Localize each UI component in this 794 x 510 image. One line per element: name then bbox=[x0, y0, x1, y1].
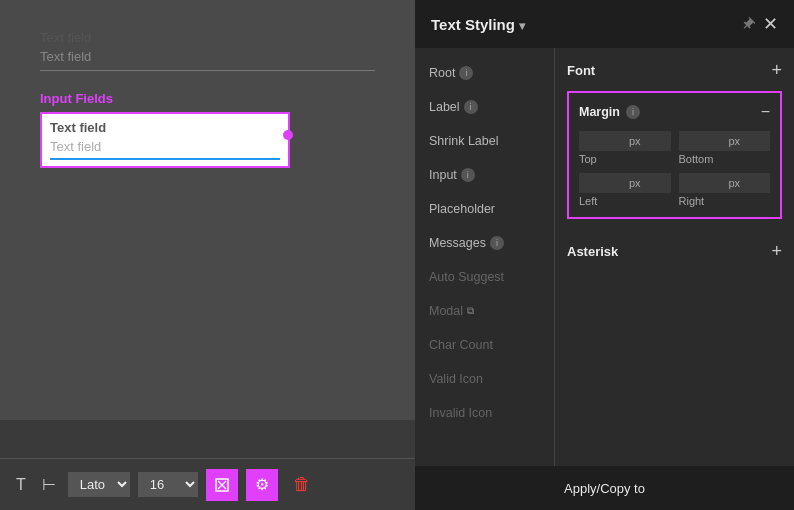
nav-item-input[interactable]: Input i bbox=[415, 158, 554, 192]
asterisk-title: Asterisk bbox=[567, 244, 618, 259]
panel-footer: Apply/Copy to bbox=[415, 466, 794, 510]
toolbar: T ⊢ Lato 16 12 14 18 20 24 ⚙ 🗑 bbox=[0, 458, 415, 510]
right-panel: Text Styling ▾ ✕ Root i Label i Shrink L… bbox=[415, 0, 794, 510]
left-panel: Text field Text field Input Fields Text … bbox=[0, 0, 415, 510]
margin-left-input-row: px bbox=[579, 173, 671, 193]
panel-body: Root i Label i Shrink Label Input i Plac… bbox=[415, 48, 794, 466]
margin-top-input[interactable] bbox=[585, 134, 625, 148]
nav-item-modal: Modal ⧉ bbox=[415, 294, 554, 328]
label-badge: i bbox=[464, 100, 478, 114]
text-field-value: Text field bbox=[40, 49, 375, 71]
gear-icon: ⚙ bbox=[255, 475, 269, 494]
size-select[interactable]: 16 12 14 18 20 24 bbox=[138, 472, 198, 497]
trash-icon: 🗑 bbox=[293, 474, 311, 495]
font-section-header: Font + bbox=[567, 60, 782, 81]
margin-right-unit: px bbox=[729, 177, 741, 189]
canvas-area: Text field Text field Input Fields Text … bbox=[0, 0, 415, 420]
chevron-icon[interactable]: ▾ bbox=[519, 19, 525, 33]
margin-right-input[interactable] bbox=[685, 176, 725, 190]
margin-bottom-input[interactable] bbox=[685, 134, 725, 148]
nav-item-shrink-label[interactable]: Shrink Label bbox=[415, 124, 554, 158]
pin-icon[interactable] bbox=[741, 16, 755, 33]
margin-bottom-unit: px bbox=[729, 135, 741, 147]
nav-item-label[interactable]: Label i bbox=[415, 90, 554, 124]
margin-grid: px Top px Bottom bbox=[579, 131, 770, 207]
margin-bottom-label: Bottom bbox=[679, 153, 771, 165]
margin-right-label: Right bbox=[679, 195, 771, 207]
input-badge: i bbox=[461, 168, 475, 182]
gear-button[interactable]: ⚙ bbox=[246, 469, 278, 501]
input-box-top: Text field bbox=[50, 120, 280, 135]
text-field-label: Text field bbox=[40, 30, 375, 45]
asterisk-section: Asterisk + bbox=[567, 233, 782, 270]
margin-top-label: Top bbox=[579, 153, 671, 165]
ext-icon: ⧉ bbox=[467, 305, 474, 317]
margin-field-top: px Top bbox=[579, 131, 671, 165]
text-icon[interactable]: T bbox=[12, 472, 30, 498]
margin-right-input-row: px bbox=[679, 173, 771, 193]
margin-left-unit: px bbox=[629, 177, 641, 189]
margin-left-input[interactable] bbox=[585, 176, 625, 190]
nav-item-invalid-icon: Invalid Icon bbox=[415, 396, 554, 430]
nav-item-messages[interactable]: Messages i bbox=[415, 226, 554, 260]
panel-header: Text Styling ▾ ✕ bbox=[415, 0, 794, 48]
nav-item-placeholder[interactable]: Placeholder bbox=[415, 192, 554, 226]
outline-button[interactable] bbox=[206, 469, 238, 501]
nav-item-root[interactable]: Root i bbox=[415, 56, 554, 90]
margin-box: Margin i − px Top bbox=[567, 91, 782, 219]
margin-field-left: px Left bbox=[579, 173, 671, 207]
margin-field-right: px Right bbox=[679, 173, 771, 207]
font-section-title: Font bbox=[567, 63, 595, 78]
margin-title: Margin bbox=[579, 105, 620, 119]
asterisk-add-icon[interactable]: + bbox=[771, 241, 782, 262]
root-badge: i bbox=[459, 66, 473, 80]
font-add-icon[interactable]: + bbox=[771, 60, 782, 81]
panel-nav: Root i Label i Shrink Label Input i Plac… bbox=[415, 48, 555, 466]
margin-top-input-row: px bbox=[579, 131, 671, 151]
nav-item-auto-suggest: Auto Suggest bbox=[415, 260, 554, 294]
delete-button[interactable]: 🗑 bbox=[286, 469, 318, 501]
panel-title: Text Styling ▾ bbox=[431, 16, 733, 33]
input-box-bottom: Text field bbox=[50, 139, 280, 154]
font-select[interactable]: Lato bbox=[68, 472, 130, 497]
align-icon[interactable]: ⊢ bbox=[38, 471, 60, 498]
margin-badge: i bbox=[626, 105, 640, 119]
close-icon[interactable]: ✕ bbox=[763, 13, 778, 35]
margin-bottom-input-row: px bbox=[679, 131, 771, 151]
apply-copy-button[interactable]: Apply/Copy to bbox=[564, 481, 645, 496]
input-underline bbox=[50, 158, 280, 160]
margin-left-label: Left bbox=[579, 195, 671, 207]
nav-item-valid-icon: Valid Icon bbox=[415, 362, 554, 396]
nav-item-char-count: Char Count bbox=[415, 328, 554, 362]
input-fields-label: Input Fields bbox=[40, 91, 375, 106]
margin-minus-icon[interactable]: − bbox=[761, 103, 770, 121]
messages-badge: i bbox=[490, 236, 504, 250]
input-dot bbox=[283, 130, 293, 140]
margin-field-bottom: px Bottom bbox=[679, 131, 771, 165]
margin-header: Margin i − bbox=[579, 103, 770, 121]
panel-content: Font + Margin i − px To bbox=[555, 48, 794, 466]
margin-top-unit: px bbox=[629, 135, 641, 147]
input-box-container[interactable]: Text field Text field bbox=[40, 112, 290, 168]
